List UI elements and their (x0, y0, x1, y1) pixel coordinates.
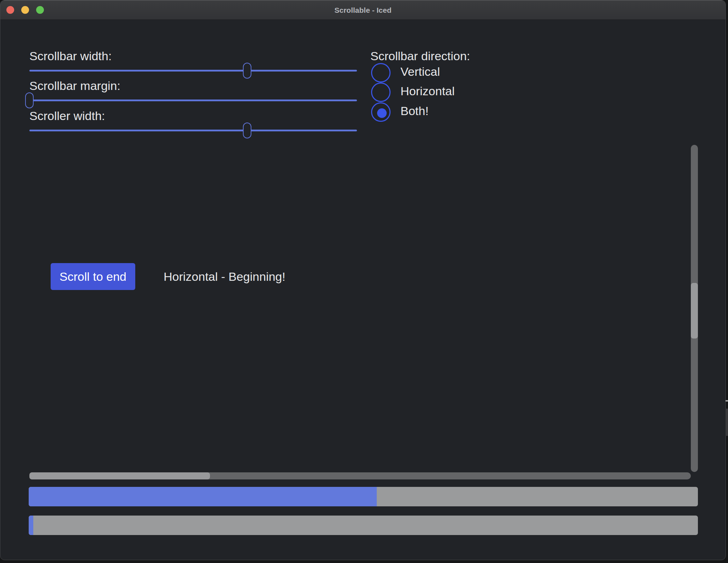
radio-option-label: Both! (400, 104, 428, 118)
app-window: Scrollable - Iced Scrollbar width: Scrol… (0, 0, 726, 560)
slider-rail[interactable] (29, 130, 357, 131)
radio-circle-icon[interactable] (371, 63, 391, 83)
slider-rail[interactable] (29, 70, 357, 72)
slider-handle[interactable] (243, 63, 251, 79)
horizontal-scrollbar-track[interactable] (29, 472, 691, 479)
scroller-width-slider[interactable] (29, 122, 357, 139)
slider-rail[interactable] (29, 99, 357, 101)
radio-option-label: Vertical (400, 65, 440, 79)
horizontal-scrollbar-scroller[interactable] (29, 472, 210, 479)
radio-selected-dot (377, 108, 387, 118)
window-title: Scrollable - Iced (0, 0, 726, 20)
vertical-scrollbar-scroller[interactable] (691, 283, 698, 339)
progress-fill (29, 487, 377, 506)
slider-handle[interactable] (243, 123, 251, 138)
slider-handle[interactable] (25, 92, 34, 108)
scroll-status-text: Horizontal - Beginning! (164, 268, 285, 285)
scrollbar-margin-label: Scrollbar margin: (29, 78, 120, 94)
scrollbar-width-label: Scrollbar width: (29, 48, 112, 64)
scroll-to-end-button[interactable]: Scroll to end (51, 263, 135, 290)
progress-bar-vertical (29, 516, 698, 535)
vertical-scrollbar-track[interactable] (691, 145, 698, 472)
radio-circle-icon[interactable] (371, 83, 391, 102)
scroller-width-label: Scroller width: (29, 108, 105, 124)
progress-fill (29, 516, 33, 535)
scrollbar-margin-slider[interactable] (29, 92, 357, 109)
background-window-edge (726, 400, 728, 402)
title-bar[interactable]: Scrollable - Iced (0, 0, 726, 20)
progress-bar-horizontal (29, 487, 698, 506)
scrollbar-width-slider[interactable] (29, 62, 357, 79)
scrollbar-direction-label: Scrollbar direction: (370, 48, 470, 64)
radio-option-label: Horizontal (400, 84, 455, 98)
background-window-edge (726, 409, 728, 436)
radio-circle-icon[interactable] (371, 102, 391, 122)
